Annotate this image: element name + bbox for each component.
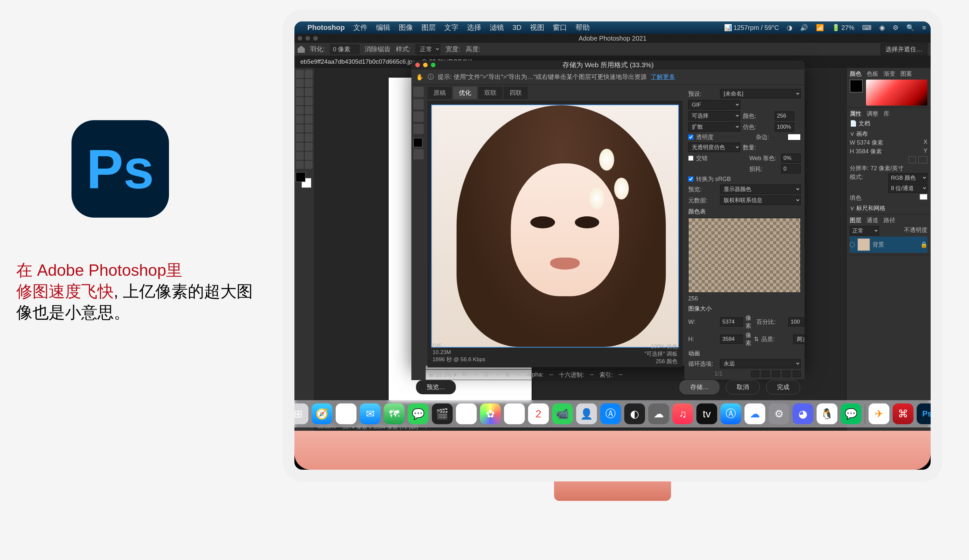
blur-tool-icon[interactable] — [305, 125, 313, 133]
edit-toolbar-icon[interactable] — [305, 161, 313, 169]
dock-appstore2-icon[interactable]: Ⓐ — [600, 404, 621, 424]
wifi-icon[interactable]: 📶 — [816, 24, 824, 32]
link-icon[interactable]: ⇅ — [754, 336, 759, 343]
depth-select[interactable]: 8 位/通道 — [888, 183, 927, 193]
layer-visibility-icon[interactable] — [850, 242, 855, 247]
sfw-done-button[interactable]: 完成 — [766, 380, 800, 394]
dock-health-icon[interactable]: ❤ — [456, 404, 477, 424]
dock-facetime-icon[interactable]: 📹 — [552, 404, 573, 424]
dither-amt-input[interactable] — [775, 123, 794, 131]
path-tool-icon[interactable] — [305, 143, 313, 151]
dock-safari-icon[interactable]: 🧭 — [311, 404, 333, 424]
sfw-save-button[interactable]: 存储… — [679, 380, 719, 394]
tab-layers[interactable]: 图层 — [850, 216, 861, 224]
quality-select[interactable]: 两次立方 — [793, 334, 804, 344]
menu-help[interactable]: 帮助 — [576, 23, 590, 33]
sfw-close[interactable] — [415, 63, 420, 67]
color-picker-strip[interactable] — [866, 80, 927, 106]
dock-trash-icon[interactable]: 🗑 — [941, 404, 942, 424]
pct-input[interactable] — [788, 317, 804, 326]
menubar-app-name[interactable]: Photoshop — [307, 23, 345, 32]
istat-icon[interactable]: 📊 1257rpm / 59°C — [724, 24, 779, 32]
sfw-zoom-tool-icon[interactable] — [413, 111, 424, 122]
lasso-tool-icon[interactable] — [305, 79, 313, 87]
sfw-slice-visibility-icon[interactable] — [413, 149, 424, 160]
select-and-mask-button[interactable]: 选择并遮住… — [881, 43, 927, 55]
lossy-input[interactable] — [781, 165, 801, 173]
mode-select[interactable]: RGB 颜色 — [888, 173, 927, 183]
anim-play-icon[interactable] — [772, 371, 780, 377]
preset-select[interactable]: [未命名] — [720, 89, 801, 98]
loop-select[interactable]: 永远 — [720, 359, 801, 368]
brush-tool-icon[interactable] — [296, 106, 304, 114]
menu-extra-icon[interactable]: ≡ — [922, 24, 926, 32]
dock-appletv-icon[interactable]: tv — [696, 404, 717, 424]
stamp-tool-icon[interactable] — [305, 106, 313, 114]
current-color-swatch[interactable] — [850, 80, 863, 93]
sfw-zoom-readout[interactable]: ⊕ 33.3% ▾ — [429, 371, 456, 379]
sfw-min[interactable] — [423, 63, 428, 67]
pen-tool-icon[interactable] — [305, 133, 313, 141]
sfw-tab-4up[interactable]: 四联 — [504, 87, 528, 99]
dock-discord-icon[interactable]: ◕ — [793, 404, 813, 424]
dock-mail-icon[interactable]: ✉ — [360, 404, 381, 424]
menu-3d[interactable]: 3D — [513, 23, 521, 32]
sfw-tab-optimized[interactable]: 优化 — [453, 87, 477, 99]
transparency-check[interactable] — [688, 135, 693, 140]
volume-icon[interactable]: 🔊 — [800, 24, 808, 32]
dock-qq-icon[interactable]: 🐧 — [817, 404, 837, 424]
orient-portrait-icon[interactable] — [909, 156, 916, 163]
eyedropper-tool-icon[interactable] — [296, 97, 304, 105]
type-tool-icon[interactable] — [296, 143, 304, 151]
dock-plane-icon[interactable]: ✈ — [869, 404, 889, 424]
menu-select[interactable]: 选择 — [467, 23, 481, 33]
menu-view[interactable]: 视图 — [530, 23, 544, 33]
menu-filter[interactable]: 滤镜 — [490, 23, 504, 33]
hand-tool-icon[interactable] — [305, 152, 313, 160]
traffic-max[interactable] — [313, 36, 318, 41]
sfw-preview-image[interactable] — [431, 105, 679, 347]
tab-adjustments[interactable]: 调整 — [867, 110, 878, 118]
frame-tool-icon[interactable] — [305, 88, 313, 96]
dock-clapper-icon[interactable]: 🎬 — [432, 404, 453, 424]
siri-icon[interactable]: ◉ — [879, 24, 885, 32]
dock-cc-icon[interactable]: ⌘ — [892, 404, 913, 424]
feather-input[interactable] — [330, 45, 360, 54]
tab-swatches[interactable]: 色板 — [867, 70, 878, 78]
sfw-preview-button[interactable]: 预览… — [416, 380, 456, 394]
tab-properties[interactable]: 属性 — [850, 110, 861, 118]
tab-channels[interactable]: 通道 — [867, 216, 878, 224]
sfw-tab-2up[interactable]: 双联 — [478, 87, 502, 99]
palette-select[interactable]: 可选择 — [688, 111, 740, 121]
artboard-tool-icon[interactable] — [305, 70, 313, 78]
anim-next-icon[interactable] — [783, 371, 790, 377]
dock-chrome-icon[interactable]: ◎ — [336, 404, 356, 424]
home-icon[interactable] — [298, 46, 305, 53]
color-swatch[interactable] — [296, 172, 311, 188]
sfw-slice-tool-icon[interactable] — [413, 99, 424, 110]
dock-music-icon[interactable]: ♫ — [672, 404, 693, 424]
hand-icon[interactable]: ✋ — [416, 73, 424, 81]
tab-color[interactable]: 颜色 — [850, 70, 861, 78]
gradient-tool-icon[interactable] — [296, 125, 304, 133]
color-table[interactable] — [688, 218, 801, 292]
matte-swatch[interactable] — [788, 134, 801, 140]
dock-messages-icon[interactable]: 💬 — [408, 404, 429, 424]
sfw-eyedropper-tool-icon[interactable] — [413, 124, 424, 134]
format-select[interactable]: GIF — [688, 100, 740, 110]
sfw-preview-area[interactable]: GIF 10.23M 1896 秒 @ 56.6 Kbps 100% 仿色 "可… — [428, 101, 683, 367]
dock-cloud2-icon[interactable]: ☁ — [648, 404, 669, 424]
crop-tool-icon[interactable] — [296, 88, 304, 96]
sfw-tab-original[interactable]: 原稿 — [428, 87, 452, 99]
dock-ps-icon[interactable]: Ps — [917, 404, 937, 424]
anim-prev-icon[interactable] — [762, 371, 769, 377]
dock-notes-icon[interactable]: ✎ — [504, 404, 525, 424]
sfw-cancel-button[interactable]: 取消 — [726, 380, 760, 394]
dock-photos-icon[interactable]: ✿ — [480, 404, 501, 424]
marquee-tool-icon[interactable] — [296, 79, 304, 87]
toggle-icon[interactable]: ◑ — [787, 24, 792, 32]
tab-patterns[interactable]: 图案 — [901, 70, 912, 78]
colors-input[interactable] — [775, 111, 794, 121]
fill-swatch[interactable] — [920, 194, 927, 200]
tab-libraries[interactable]: 库 — [884, 110, 889, 118]
